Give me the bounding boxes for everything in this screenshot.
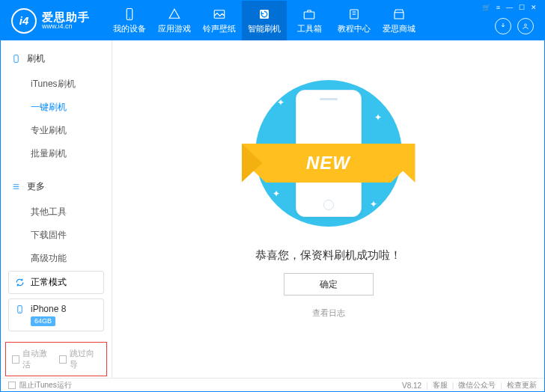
window-controls: 🛒 ≡ — ☐ ✕ [482,4,537,11]
nav-store[interactable]: 爱思商城 [377,1,421,40]
main-content: ✦ ✦ ✦ ✦ NEW 恭喜您，保资料刷机成功啦！ 确定 查看日志 [112,40,544,378]
status-bar: 阻止iTunes运行 V8.12 | 客服 | 微信公众号 | 检查更新 [1,378,544,392]
brand-name: 爱思助手 [42,11,90,22]
device-mode-label: 正常模式 [31,276,67,289]
status-link-wechat[interactable]: 微信公众号 [458,380,496,391]
view-log-link[interactable]: 查看日志 [312,307,345,319]
checkbox-icon [59,355,67,364]
phone-small-icon [15,304,25,315]
sidebar-item-itunes-flash[interactable]: iTunes刷机 [31,73,112,96]
sidebar-item-advanced[interactable]: 高级功能 [31,247,112,265]
brand-url: www.i4.cn [42,22,90,31]
logo-block: i4 爱思助手 www.i4.cn [1,8,107,34]
nav-tutorial[interactable]: 教程中心 [332,1,377,40]
svg-rect-9 [14,55,18,63]
refresh-icon [257,7,272,21]
download-button[interactable] [495,18,511,34]
device-info-row[interactable]: iPhone 8 64GB [8,298,104,331]
phone-icon [122,7,137,21]
ribbon-text: NEW [306,153,350,174]
status-link-support[interactable]: 客服 [433,380,448,391]
sidebar-item-download-fw[interactable]: 下载固件 [31,224,112,247]
main-nav: 我的设备 应用游戏 铃声壁纸 智能刷机 工具箱 教程中心 爱思商城 [107,1,421,40]
nav-my-device[interactable]: 我的设备 [107,1,152,40]
device-name: iPhone 8 [31,304,66,314]
svg-point-14 [19,311,20,312]
minimize-icon[interactable]: — [506,4,513,11]
menu-icon[interactable]: ≡ [496,4,500,11]
success-illustration: ✦ ✦ ✦ ✦ NEW [250,75,407,232]
list-icon [11,182,22,192]
close-icon[interactable]: ✕ [531,4,537,11]
sparkle-icon: ✦ [374,112,382,123]
checkbox-skip-guide[interactable]: 跳过向导 [59,348,100,370]
ok-button[interactable]: 确定 [284,273,374,295]
sparkle-icon: ✦ [272,189,280,199]
sidebar-item-other-tools[interactable]: 其他工具 [31,200,112,224]
nav-toolbox[interactable]: 工具箱 [287,1,332,40]
svg-point-8 [525,24,527,26]
phone-outline-icon [11,54,22,64]
device-storage-badge: 64GB [31,316,55,326]
device-mode-row[interactable]: 正常模式 [8,271,104,294]
sidebar-item-onekey-flash[interactable]: 一键刷机 [31,96,112,119]
checkbox-icon [12,355,19,364]
maximize-icon[interactable]: ☐ [519,4,525,11]
sidebar-item-batch-flash[interactable]: 批量刷机 [31,142,112,165]
status-link-update[interactable]: 检查更新 [507,380,537,391]
store-icon [392,7,407,21]
app-header: i4 爱思助手 www.i4.cn 我的设备 应用游戏 铃声壁纸 智能刷机 工具… [1,1,544,40]
success-message: 恭喜您，保资料刷机成功啦！ [255,248,401,263]
apps-icon [167,7,182,21]
sparkle-icon: ✦ [277,97,284,108]
svg-point-1 [129,17,130,19]
version-label: V8.12 [402,382,421,390]
nav-apps[interactable]: 应用游戏 [152,1,197,40]
sync-icon [15,277,25,287]
sidebar-group-more[interactable]: 更多 [1,177,112,196]
checkbox-icon [8,382,16,389]
sparkle-icon: ✦ [370,199,377,209]
checkbox-block-itunes[interactable]: 阻止iTunes运行 [8,380,72,391]
sidebar: 刷机 iTunes刷机 一键刷机 专业刷机 批量刷机 更多 其他工具 下载固件 … [1,40,112,378]
svg-rect-4 [304,12,314,19]
toolbox-icon [302,7,317,21]
book-icon [347,7,362,21]
user-button[interactable] [517,18,534,34]
sidebar-group-flash[interactable]: 刷机 [1,49,112,68]
checkbox-auto-activate[interactable]: 自动激活 [12,348,53,370]
ribbon-banner: NEW [242,144,415,183]
nav-ringtone[interactable]: 铃声壁纸 [197,1,242,40]
logo-icon: i4 [11,8,37,34]
nav-flash[interactable]: 智能刷机 [242,1,287,40]
image-icon [212,7,227,21]
cart-icon[interactable]: 🛒 [482,4,490,11]
sidebar-options-highlight: 自动激活 跳过向导 [5,342,107,376]
sidebar-item-pro-flash[interactable]: 专业刷机 [31,119,112,142]
